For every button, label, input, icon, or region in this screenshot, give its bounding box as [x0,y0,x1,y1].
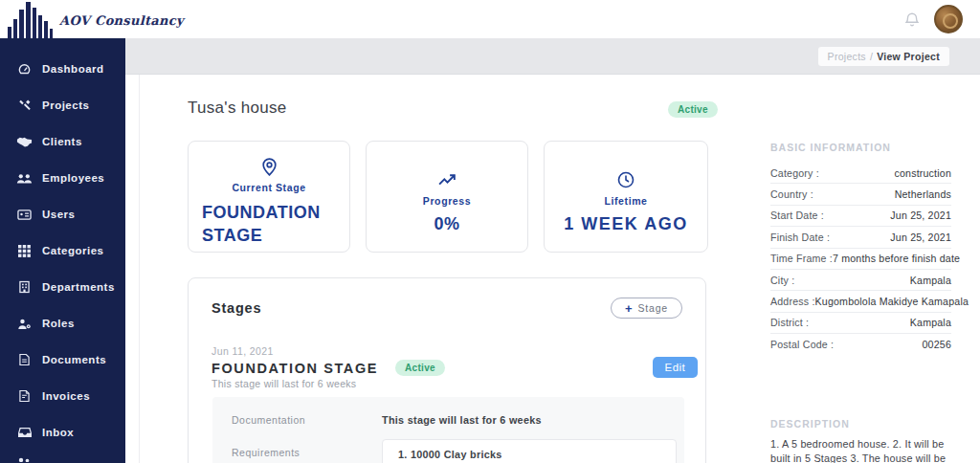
sidebar-item-documents[interactable]: Documents [0,342,125,378]
sidebar-item-departments[interactable]: Departments [0,269,125,305]
card-label: Lifetime [545,195,707,207]
skyline-bars-logo-icon [8,2,56,38]
inbox-icon [16,427,33,438]
card-value: 0% [367,214,527,234]
sidebar-item-projects[interactable]: Projects [0,87,125,123]
sidebar-item-label: Documents [42,354,106,365]
breadcrumb-section[interactable]: Projects [828,51,866,62]
description-text: 1. A 5 bedroomed house. 2. It will be bu… [770,437,958,463]
trending-up-icon [367,170,527,191]
brand-name: AOV Consultancy [59,13,184,28]
detail-label: Documentation [232,407,382,426]
plus-icon: + [625,301,633,316]
gauge-icon [16,62,33,77]
edit-stage-button[interactable]: Edit [653,357,698,378]
project-status-badge: Active [668,101,718,118]
sidebar-partial-item-icon[interactable] [16,449,32,463]
sidebar-item-label: Clients [42,136,82,147]
add-stage-button[interactable]: + Stage [611,298,682,319]
sidebar-item-label: Invoices [42,390,90,402]
topbar: AOV Consultancy [0,0,980,38]
info-row-postal-code: Postal Code : 00256 [770,334,951,355]
requirements-row: Requirements 1. 10000 Clay bricks [232,439,684,463]
sidebar-item-inbox[interactable]: Inbox [0,414,125,451]
breadcrumb-current: View Project [877,51,940,62]
clock-icon [545,170,707,191]
id-card-icon [16,209,33,221]
breadcrumb[interactable]: Projects / View Project [818,47,949,66]
stages-heading: Stages [212,300,261,316]
card-value: 1 WEEK AGO [545,214,707,234]
info-row-finish-date: Finish Date : Jun 25, 2021 [770,227,951,248]
content-divider [139,75,140,463]
user-avatar[interactable] [934,5,963,33]
sidebar: Dashboard Projects Clients E [0,38,125,463]
stage-details: Documentation This stage will last for 6… [212,397,684,463]
info-row-category: Category : construction [770,163,951,184]
progress-card: Progress 0% [366,141,528,253]
add-stage-label: Stage [638,302,668,314]
stage-status-badge: Active [395,360,445,376]
sidebar-item-label: Roles [42,318,75,329]
brand-logo[interactable]: AOV Consultancy [8,2,184,38]
info-row-address: Address : Kugombolola Makidye Kamapala [770,291,951,312]
sidebar-item-roles[interactable]: Roles [0,305,125,342]
building-icon [16,280,33,294]
sidebar-item-label: Departments [42,281,115,293]
sidebar-item-dashboard[interactable]: Dashboard [0,51,125,87]
info-row-district: District : Kampala [770,313,951,334]
sidebar-item-invoices[interactable]: Invoices [0,378,125,414]
basic-information-heading: BASIC INFORMATION [770,142,951,153]
description-panel: DESCRIPTION 1. A 5 bedroomed house. 2. I… [770,418,958,463]
map-pin-icon [189,157,349,178]
sidebar-item-label: Inbox [42,427,74,438]
sidebar-item-label: Employees [42,172,104,184]
breadcrumb-separator: / [870,51,873,62]
stage-date: Jun 11, 2021 [212,345,274,357]
info-row-time-frame: Time Frame : 7 months before finish date [770,249,951,270]
file-icon [16,353,33,366]
grid-icon [16,245,33,257]
tools-icon [16,99,33,112]
user-gear-icon [16,318,33,330]
detail-label: Requirements [232,439,382,463]
sidebar-item-users[interactable]: Users [0,196,125,232]
people-icon [16,172,33,185]
card-label: Current Stage [189,182,349,193]
description-heading: DESCRIPTION [770,418,958,430]
sidebar-item-clients[interactable]: Clients [0,123,125,160]
info-row-start-date: Start Date : Jun 25, 2021 [770,206,951,227]
requirement-item: 1. 10000 Clay bricks [398,449,676,460]
sidebar-item-label: Projects [42,99,89,111]
card-label: Progress [367,195,527,207]
sidebar-item-employees[interactable]: Employees [0,160,125,196]
sidebar-item-categories[interactable]: Categories [0,232,125,269]
info-row-country: Country : Netherlands [770,184,951,205]
handshake-icon [16,136,33,147]
file-invoice-icon [16,389,33,403]
card-value: FOUNDATION STAGE [189,201,349,248]
page-header-bar: Projects / View Project [125,38,980,75]
app-window: AOV Consultancy Dashboard [0,0,980,463]
lifetime-card: Lifetime 1 WEEK AGO [544,141,708,253]
stages-panel: Stages + Stage Jun 11, 2021 FOUNDATION S… [188,277,706,463]
current-stage-card: Current Stage FOUNDATION STAGE [188,141,350,253]
bell-icon[interactable] [903,11,921,29]
detail-value: This stage will last for 6 weeks [382,407,542,426]
basic-information-panel: BASIC INFORMATION Category : constructio… [770,142,951,356]
sidebar-item-label: Categories [42,245,103,256]
sidebar-item-label: Dashboard [42,63,104,75]
documentation-row: Documentation This stage will last for 6… [232,407,684,426]
info-row-city: City : Kampala [770,270,951,291]
sidebar-item-label: Users [42,209,75,220]
stage-name: FOUNDATION STAGE [212,361,378,376]
stage-note: This stage will last for 6 weeks [212,378,356,389]
page-title: Tusa's house [188,99,287,118]
requirements-box: 1. 10000 Clay bricks [382,439,677,463]
